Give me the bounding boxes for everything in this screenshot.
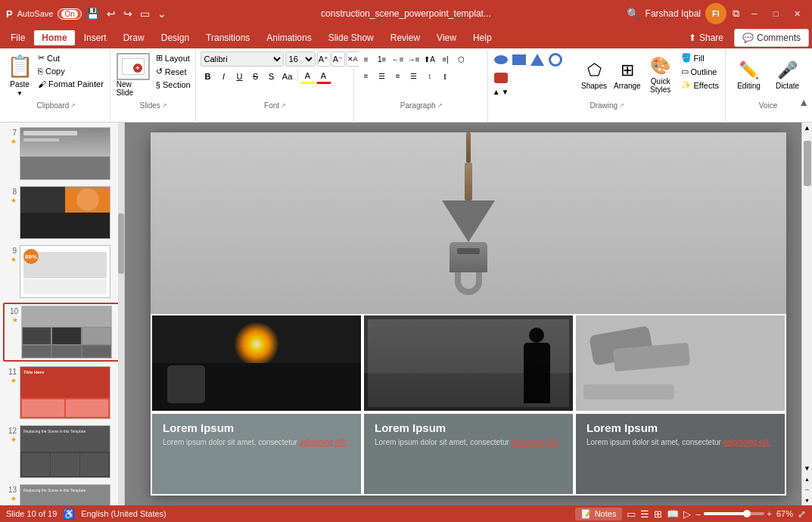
menu-slideshow[interactable]: Slide Show — [321, 30, 381, 45]
menu-transitions[interactable]: Transitions — [198, 30, 257, 45]
scroll-down-small[interactable]: ▼ — [802, 495, 813, 505]
slide-thumb-12[interactable]: 12 ★ Replacing the Scene in this Templat… — [3, 424, 121, 480]
menu-draw[interactable]: Draw — [116, 30, 152, 45]
canvas-vertical-scrollbar[interactable]: ▲ ▼ ▲ ─ ▼ — [801, 123, 812, 505]
highlight-color-button[interactable]: A — [300, 69, 316, 84]
arrange-button[interactable]: ⊞ Arrange — [611, 51, 643, 98]
font-family-select[interactable]: Calibri — [201, 51, 284, 67]
redo-icon[interactable]: ↪ — [123, 8, 132, 20]
accessibility-icon[interactable]: ♿ — [63, 508, 75, 520]
shapes-down-icon[interactable]: ▼ — [502, 88, 509, 96]
layout-button[interactable]: ⊞ Layout — [153, 51, 194, 64]
zoom-slider[interactable]: – + — [695, 509, 772, 518]
slide-canvas[interactable]: Lorem Ipsum Lorem ipsum dolor sit amet, … — [151, 132, 786, 496]
slide-preview-13[interactable]: Replacing the Scene in this Template — [20, 484, 110, 505]
link-1[interactable]: adipiscing elit. — [300, 438, 347, 446]
shape-outline-button[interactable]: ▭ Outline — [678, 65, 722, 78]
reset-button[interactable]: ↺ Reset — [153, 65, 194, 78]
zoom-level[interactable]: 67% — [776, 509, 793, 518]
slides-expand-icon[interactable]: ↗ — [162, 102, 167, 109]
indent-less-button[interactable]: ←≡ — [390, 51, 406, 67]
shape-item[interactable] — [529, 51, 546, 68]
text-direction-button[interactable]: ⬆A — [422, 51, 437, 67]
underline-button[interactable]: U — [232, 69, 247, 84]
slide-panel[interactable]: 7 ★ 8 ★ — [0, 123, 125, 505]
save-icon[interactable]: 💾 — [86, 8, 99, 20]
font-expand-icon[interactable]: ↗ — [281, 102, 286, 109]
link-3[interactable]: adipiscing elit. — [723, 438, 771, 446]
menu-design[interactable]: Design — [154, 30, 197, 45]
slide-thumb-9[interactable]: 9 ★ 89% — [3, 244, 121, 300]
smartart-button[interactable]: ⬡ — [454, 51, 469, 67]
text-cell-3[interactable]: Lorem Ipsum Lorem ipsum dolor sit amet, … — [574, 412, 786, 496]
scroll-track[interactable] — [802, 133, 813, 463]
customize-icon[interactable]: ⌄ — [157, 8, 166, 20]
slide-preview-12[interactable]: Replacing the Scene in this Template — [20, 425, 110, 478]
undo-icon[interactable]: ↩ — [107, 8, 116, 20]
autosave-on[interactable]: On — [61, 10, 77, 18]
shapes-up-icon[interactable]: ▲ — [493, 88, 500, 96]
bullets-button[interactable]: ≡ — [359, 51, 374, 67]
format-painter-button[interactable]: 🖌 Format Painter — [35, 78, 107, 90]
menu-file[interactable]: File — [3, 30, 33, 45]
menu-review[interactable]: Review — [383, 30, 428, 45]
slide-thumb-8[interactable]: 8 ★ — [3, 185, 121, 241]
quick-styles-button[interactable]: 🎨 Quick Styles — [645, 51, 677, 98]
shape-item[interactable] — [511, 51, 527, 68]
dictate-button[interactable]: 🎤 Dictate — [769, 51, 806, 98]
menu-animations[interactable]: Animations — [259, 30, 319, 45]
scroll-down-button[interactable]: ▼ — [802, 463, 813, 474]
menu-home[interactable]: Home — [34, 30, 74, 45]
slide-preview-9[interactable]: 89% — [20, 245, 110, 298]
zoom-thumb[interactable] — [743, 510, 751, 517]
shapes-button[interactable]: ⬠ Shapes — [578, 51, 610, 98]
outline-view-icon[interactable]: ☰ — [640, 508, 649, 520]
slide-sorter-icon[interactable]: ⊞ — [654, 508, 662, 520]
indent-more-button[interactable]: →≡ — [406, 51, 422, 67]
new-slide-button[interactable]: + New Slide — [115, 51, 151, 98]
align-right-button[interactable]: ≡ — [390, 68, 406, 83]
cut-button[interactable]: ✂ Cut — [35, 51, 107, 64]
slide-preview-10[interactable] — [21, 306, 112, 359]
user-info[interactable]: Farshad Iqbal FI — [646, 3, 726, 24]
change-case-button[interactable]: Aa — [280, 69, 295, 84]
normal-view-icon[interactable]: ▭ — [627, 508, 636, 520]
slide-preview-7[interactable] — [20, 127, 110, 180]
align-left-button[interactable]: ≡ — [359, 68, 374, 83]
text-cell-1[interactable]: Lorem Ipsum Lorem ipsum dolor sit amet, … — [151, 412, 362, 496]
line-spacing-button[interactable]: ↕ — [422, 68, 437, 83]
reading-view-icon[interactable]: 📖 — [667, 508, 679, 520]
slide-thumb-10[interactable]: 10 ★ — [3, 303, 121, 362]
link-2[interactable]: adipiscing elit, — [512, 438, 559, 446]
numbering-button[interactable]: 1≡ — [375, 51, 390, 67]
slide-thumb-13[interactable]: 13 ★ Replacing the Scene in this Templat… — [3, 483, 121, 505]
zoom-in-icon[interactable]: + — [767, 509, 772, 518]
columns-button[interactable]: ⫿ — [438, 68, 453, 83]
menu-help[interactable]: Help — [465, 30, 499, 45]
section-button[interactable]: § Section — [153, 79, 194, 91]
slide-panel-scrollbar[interactable] — [118, 123, 124, 505]
paste-dropdown-icon[interactable]: ▼ — [17, 90, 23, 97]
drawing-expand-icon[interactable]: ↗ — [619, 102, 624, 109]
paste-button[interactable]: 📋 Paste ▼ — [6, 51, 33, 98]
notes-button[interactable]: 📝 Notes — [575, 508, 623, 520]
close-button[interactable]: ✕ — [788, 7, 806, 20]
scroll-up-small[interactable]: ▲ — [802, 474, 813, 484]
decrease-font-size-button[interactable]: A⁻ — [331, 51, 345, 67]
slide-preview-8[interactable] — [20, 186, 110, 239]
slide-thumb-11[interactable]: 11 ★ Title Here — [3, 365, 121, 421]
font-color-button[interactable]: A — [316, 69, 331, 84]
menu-view[interactable]: View — [429, 30, 464, 45]
align-text-button[interactable]: ≡| — [438, 51, 453, 67]
scroll-up-button[interactable]: ▲ — [802, 123, 813, 133]
strikethrough-button[interactable]: S — [248, 69, 263, 84]
font-size-select[interactable]: 16 — [285, 51, 316, 67]
ribbon-collapse-button[interactable]: ▲ — [798, 96, 809, 108]
share-button[interactable]: ⬆ Share — [680, 30, 733, 46]
italic-button[interactable]: I — [216, 69, 232, 84]
clipboard-expand-icon[interactable]: ↗ — [70, 102, 76, 109]
zoom-track[interactable] — [704, 512, 764, 515]
shape-item[interactable] — [493, 51, 509, 68]
shadow-button[interactable]: S — [264, 69, 279, 84]
restore-icon[interactable]: ⧉ — [733, 8, 739, 20]
